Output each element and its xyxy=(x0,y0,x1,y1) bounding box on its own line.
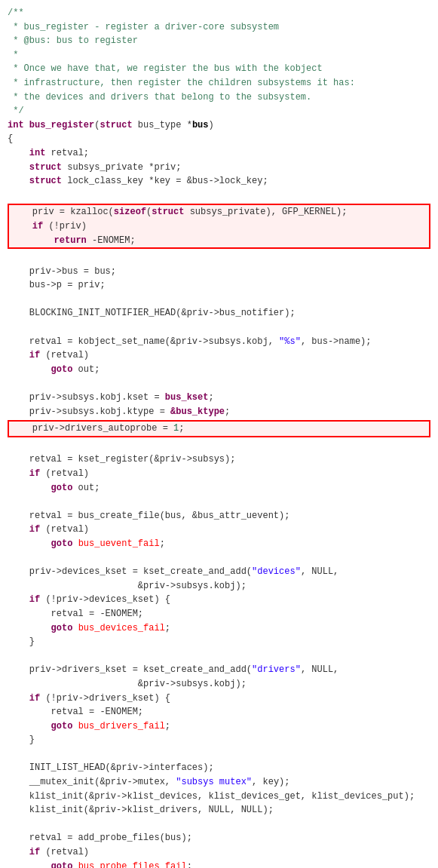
line-if-drivers: if (!priv->drivers_kset) { xyxy=(8,692,430,706)
line-retval-bus-create-file: retval = bus_create_file(bus, &bus_attr_… xyxy=(8,509,430,523)
line-goto-uevent: goto bus_uevent_fail; xyxy=(8,537,430,551)
line-brace-open: { xyxy=(8,132,430,146)
line-if-priv: if (!priv) xyxy=(11,219,427,234)
line-drivers-kset-2: &priv->subsys.kobj); xyxy=(8,677,430,692)
line-if-retval-1: if (retval) xyxy=(8,348,430,363)
code-block: /** * bus_register - register a driver-c… xyxy=(0,0,438,868)
line-comment-1: /** xyxy=(8,6,430,20)
line-kobj-ktype: priv->subsys.kobj.ktype = &bus_ktype; xyxy=(8,405,430,419)
line-struct-priv: struct subsys_private *priv; xyxy=(8,161,430,175)
line-retval-enomem-1: retval = -ENOMEM; xyxy=(8,607,430,621)
line-goto-out-2: goto out; xyxy=(8,481,430,495)
line-struct-key: struct lock_class_key *key = &bus->lock_… xyxy=(8,174,430,189)
line-blank-3 xyxy=(8,293,430,307)
line-goto-drivers: goto bus_drivers_fail; xyxy=(8,719,430,734)
line-blank-1 xyxy=(8,189,430,203)
line-comment-3: * @bus: bus to register xyxy=(8,34,430,48)
line-blank-7 xyxy=(8,495,430,509)
line-comment-5: * Once we have that, we register the bus… xyxy=(8,62,430,76)
line-return-enomem: return -ENOMEM; xyxy=(11,234,427,248)
line-blank-6 xyxy=(8,439,430,453)
line-comment-6: * infrastructure, then register the chil… xyxy=(8,76,430,90)
line-if-retval-3: if (retval) xyxy=(8,523,430,537)
line-devices-kset-1: priv->devices_kset = kset_create_and_add… xyxy=(8,565,430,579)
line-blank-2 xyxy=(8,250,430,265)
line-brace-close-1: } xyxy=(8,635,430,649)
line-comment-2: * bus_register - register a driver-core … xyxy=(8,20,430,35)
line-blank-8 xyxy=(8,551,430,566)
line-goto-probe: goto bus_probe_files_fail; xyxy=(8,860,430,868)
line-blank-4 xyxy=(8,321,430,335)
line-klist-init-drivers: klist_init(&priv->klist_drivers, NULL, N… xyxy=(8,803,430,817)
line-retval-kobject: retval = kobject_set_name(&priv->subsys.… xyxy=(8,335,430,349)
line-mutex-init: __mutex_init(&priv->mutex, "subsys mutex… xyxy=(8,775,430,790)
line-priv-bus: priv->bus = bus; xyxy=(8,265,430,279)
line-blank-5 xyxy=(8,376,430,391)
line-init-list: INIT_LIST_HEAD(&priv->interfaces); xyxy=(8,761,430,775)
line-blank-10 xyxy=(8,747,430,762)
line-blank-9 xyxy=(8,649,430,664)
highlight-block-1: priv = kzalloc(sizeof(struct subsys_priv… xyxy=(8,204,430,249)
line-devices-kset-2: &priv->subsys.kobj); xyxy=(8,579,430,593)
highlight-block-2: priv->drivers_autoprobe = 1; xyxy=(8,420,430,437)
line-retval-add-probe: retval = add_probe_files(bus); xyxy=(8,831,430,845)
line-if-devices: if (!priv->devices_kset) { xyxy=(8,593,430,607)
line-brace-close-2: } xyxy=(8,733,430,747)
line-klist-init-devices: klist_init(&priv->klist_devices, klist_d… xyxy=(8,790,430,804)
line-func-decl: int bus_register(struct bus_type *bus) xyxy=(8,118,430,133)
line-blank-11 xyxy=(8,817,430,832)
line-goto-devices: goto bus_devices_fail; xyxy=(8,621,430,636)
line-kobj-kset: priv->subsys.kobj.kset = bus_kset; xyxy=(8,391,430,405)
line-comment-4: * xyxy=(8,48,430,63)
line-retval-enomem-2: retval = -ENOMEM; xyxy=(8,705,430,719)
line-int-retval: int retval; xyxy=(8,146,430,161)
line-drivers-kset-1: priv->drivers_kset = kset_create_and_add… xyxy=(8,663,430,677)
line-comment-8: */ xyxy=(8,104,430,118)
line-retval-kset-register: retval = kset_register(&priv->subsys); xyxy=(8,452,430,467)
line-comment-7: * the devices and drivers that belong to… xyxy=(8,90,430,105)
line-bus-p: bus->p = priv; xyxy=(8,278,430,293)
line-drivers-autoprobe: priv->drivers_autoprobe = 1; xyxy=(11,422,427,436)
line-goto-out-1: goto out; xyxy=(8,363,430,377)
line-blocking-init: BLOCKING_INIT_NOTIFIER_HEAD(&priv->bus_n… xyxy=(8,306,430,321)
line-kzalloc: priv = kzalloc(sizeof(struct subsys_priv… xyxy=(11,205,427,219)
line-if-retval-2: if (retval) xyxy=(8,467,430,481)
line-if-retval-4: if (retval) xyxy=(8,845,430,860)
